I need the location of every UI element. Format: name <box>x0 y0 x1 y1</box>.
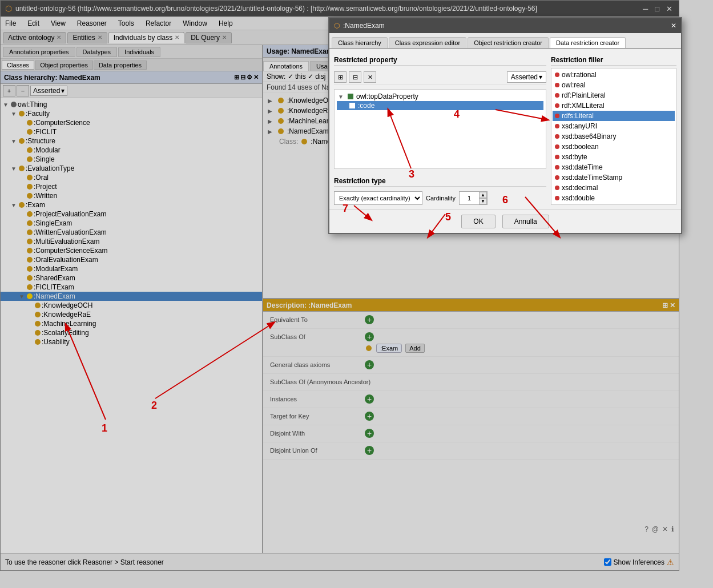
modal-dialog: ⬡ :NamedExam ✕ Class hierarchy Class exp… <box>328 17 682 234</box>
root-icon <box>348 94 353 99</box>
spinbox-up[interactable]: ▲ <box>479 192 487 198</box>
filler-item-10[interactable]: xsd:dateTimeStamp <box>553 172 675 183</box>
modal-tab-data-restriction[interactable]: Data restriction creator <box>550 37 626 48</box>
prop-tree-root: ▼ owl:topDataProperty <box>337 92 543 101</box>
restriction-type-section: Restriction type Exactly (exact cardinal… <box>334 175 546 205</box>
restriction-type-label: Restriction type <box>334 175 546 187</box>
modal-footer: OK Annulla <box>329 210 681 233</box>
filler-item-0[interactable]: owl:rational <box>553 70 675 80</box>
modal-title-bar: ⬡ :NamedExam ✕ <box>329 18 681 33</box>
spinbox-buttons: ▲ ▼ <box>479 192 487 204</box>
filler-item-11[interactable]: xsd:decimal <box>553 183 675 193</box>
restriction-filler-label: Restriction filler <box>551 54 676 66</box>
ok-button[interactable]: OK <box>461 215 495 228</box>
modal-title: :NamedExam <box>343 22 385 30</box>
prop-btn-1[interactable]: ⊞ <box>334 71 347 83</box>
cardinality-input[interactable] <box>460 195 479 202</box>
modal-asserted-dropdown[interactable]: Asserted ▾ <box>507 71 546 83</box>
modal-close-button[interactable]: ✕ <box>671 22 676 30</box>
prop-btn-3[interactable]: ✕ <box>364 71 376 83</box>
filler-item-1[interactable]: owl:real <box>553 80 675 90</box>
modal-tabs: Class hierarchy Class expression editor … <box>329 33 681 49</box>
filler-item-9[interactable]: xsd:dateTime <box>553 162 675 172</box>
filler-item-2[interactable]: rdf:PlainLiteral <box>553 90 675 100</box>
prop-tree-code[interactable]: :code <box>337 101 543 110</box>
cardinality-spinbox: ▲ ▼ <box>459 191 488 205</box>
modal-asserted-arrow: ▾ <box>539 73 542 81</box>
modal-tab-class-expression[interactable]: Class expression editor <box>389 37 466 48</box>
filler-item-7[interactable]: xsd:boolean <box>553 142 675 152</box>
cancel-button[interactable]: Annulla <box>502 215 549 228</box>
filler-item-8[interactable]: xsd:byte <box>553 152 675 162</box>
filler-item-5[interactable]: xsd:anyURI <box>553 121 675 131</box>
property-tree: ▼ owl:topDataProperty :code <box>334 89 546 169</box>
filler-item-6[interactable]: xsd:base64Binary <box>553 131 675 142</box>
filler-item-12[interactable]: xsd:double <box>553 193 675 203</box>
spinbox-down[interactable]: ▼ <box>479 198 487 204</box>
filler-list: owl:rationalowl:realrdf:PlainLiteralrdf:… <box>551 68 676 205</box>
modal-body: Restricted property ⊞ ⊟ ✕ Asserted ▾ ▼ o… <box>329 49 681 210</box>
restriction-row: Exactly (exact cardinality) Cardinality … <box>334 191 546 205</box>
prop-btn-2[interactable]: ⊟ <box>349 71 361 83</box>
restriction-filler-section: Restriction filler owl:rationalowl:realr… <box>551 54 676 205</box>
modal-tab-class-hierarchy[interactable]: Class hierarchy <box>332 37 388 48</box>
filler-item-3[interactable]: rdf:XMLLiteral <box>553 100 675 111</box>
modal-tab-object-restriction[interactable]: Object restriction creator <box>468 37 549 48</box>
filler-item-4[interactable]: rdfs:Literal <box>553 111 675 121</box>
property-toolbar: ⊞ ⊟ ✕ Asserted ▾ <box>334 70 546 84</box>
modal-asserted-label: Asserted <box>511 73 538 81</box>
cardinality-label: Cardinality <box>426 195 456 202</box>
restricted-property-label: Restricted property <box>334 54 546 66</box>
code-icon <box>349 103 355 108</box>
restriction-type-dropdown[interactable]: Exactly (exact cardinality) <box>334 191 422 205</box>
restricted-property-section: Restricted property ⊞ ⊟ ✕ Asserted ▾ ▼ o… <box>334 54 546 205</box>
